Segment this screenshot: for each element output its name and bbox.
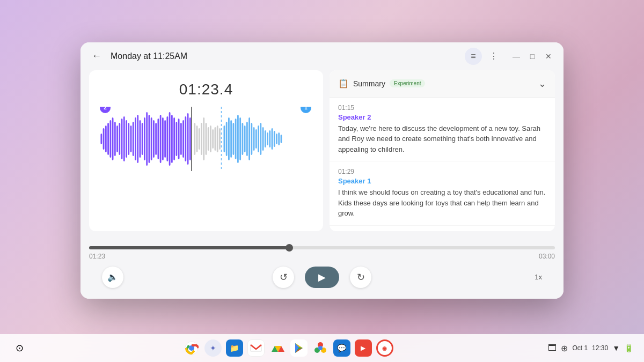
svg-rect-73: [269, 130, 270, 147]
transcript-text-0: Today, we're here to discuss the develop…: [338, 123, 546, 155]
svg-rect-76: [276, 134, 277, 144]
svg-rect-20: [146, 112, 148, 166]
title-bar-left: ← Monday at 11:25AM: [89, 49, 187, 64]
svg-rect-10: [123, 116, 125, 161]
svg-rect-2: [105, 125, 107, 152]
taskbar-drive-icon[interactable]: [269, 339, 286, 357]
taskbar-chat-icon[interactable]: 💬: [333, 339, 350, 357]
progress-fill: [89, 246, 289, 249]
svg-rect-3: [107, 123, 109, 155]
close-button[interactable]: ✕: [542, 50, 555, 63]
svg-rect-68: [258, 125, 259, 152]
transcript-view-button[interactable]: ≡: [465, 48, 482, 65]
svg-rect-13: [130, 125, 132, 152]
svg-rect-12: [128, 123, 129, 155]
svg-rect-43: [199, 128, 200, 150]
svg-rect-57: [233, 123, 235, 155]
waveform-svg: [100, 107, 312, 171]
maximize-button[interactable]: □: [526, 50, 539, 63]
progress-area: 01:23 03:00: [80, 240, 564, 260]
svg-rect-33: [175, 122, 177, 156]
summary-collapse-button[interactable]: ⌄: [538, 78, 546, 90]
taskbar-photos-icon[interactable]: [312, 339, 329, 357]
svg-rect-60: [239, 117, 241, 160]
svg-rect-38: [187, 113, 189, 165]
taskbar: ⊙ ✦ 📁: [0, 334, 644, 362]
svg-rect-44: [201, 123, 202, 155]
taskbar-chrome-icon[interactable]: [183, 339, 200, 357]
speed-button[interactable]: 1x: [535, 273, 542, 281]
svg-rect-8: [119, 123, 120, 155]
svg-rect-19: [144, 117, 145, 160]
svg-rect-30: [169, 112, 171, 166]
battery-icon: 🔋: [624, 344, 633, 352]
svg-rect-54: [226, 122, 228, 156]
svg-rect-35: [180, 123, 182, 155]
main-content: 01:23.4 2 1: [80, 70, 564, 240]
svg-rect-41: [194, 123, 195, 155]
taskbar-perplexity-icon[interactable]: ✦: [204, 339, 222, 357]
svg-rect-62: [244, 125, 246, 152]
back-button[interactable]: ←: [89, 49, 104, 64]
transcript-item-1: 01:29 Speaker 1 I think we should focus …: [330, 161, 555, 226]
svg-rect-75: [274, 131, 275, 147]
svg-rect-66: [253, 127, 255, 151]
transcript-time-1: 01:29: [338, 168, 546, 175]
svg-rect-34: [178, 119, 180, 159]
svg-rect-11: [126, 120, 127, 158]
play-button[interactable]: ▶: [305, 267, 339, 288]
taskbar-news-icon[interactable]: ◉: [376, 339, 393, 357]
title-bar: ← Monday at 11:25AM ≡ ⋮ — □ ✕: [80, 42, 564, 70]
taskbar-playstore-icon[interactable]: [290, 339, 308, 357]
forward-button[interactable]: ↻: [350, 267, 371, 288]
svg-rect-50: [215, 127, 216, 151]
svg-rect-31: [171, 115, 173, 163]
svg-rect-52: [219, 128, 221, 150]
svg-rect-26: [160, 115, 162, 163]
svg-rect-45: [203, 117, 204, 160]
svg-rect-15: [135, 117, 136, 160]
svg-rect-32: [173, 117, 175, 160]
svg-rect-77: [278, 132, 280, 145]
svg-rect-61: [241, 123, 243, 155]
minimize-button[interactable]: —: [510, 50, 523, 63]
taskbar-date: Oct 1: [572, 344, 588, 352]
svg-rect-23: [153, 120, 155, 158]
svg-rect-24: [155, 123, 157, 155]
more-options-button[interactable]: ⋮: [485, 48, 502, 65]
svg-rect-49: [212, 129, 214, 149]
summary-header-left: 📋 Summary Experiment: [338, 78, 425, 88]
svg-rect-63: [246, 122, 248, 156]
svg-rect-69: [260, 123, 261, 155]
rewind-button[interactable]: ↺: [273, 267, 294, 288]
svg-rect-72: [267, 132, 268, 145]
summary-header: 📋 Summary Experiment ⌄: [330, 70, 555, 98]
svg-rect-14: [133, 122, 134, 156]
svg-rect-37: [185, 116, 186, 161]
waveform-container[interactable]: 2 1: [100, 107, 312, 171]
progress-bar[interactable]: [89, 246, 555, 249]
svg-rect-78: [281, 135, 282, 143]
svg-rect-7: [116, 125, 118, 152]
playback-timestamp: 01:23.4: [100, 81, 312, 98]
recording-title: Monday at 11:25AM: [111, 51, 187, 61]
taskbar-gmail-icon[interactable]: [247, 339, 265, 357]
svg-rect-17: [140, 120, 141, 158]
taskbar-tray-icon-2[interactable]: ⊕: [561, 343, 568, 353]
svg-rect-28: [164, 120, 166, 158]
transcript-item-0: 01:15 Speaker 2 Today, we're here to dis…: [330, 98, 555, 162]
waveform-panel: 01:23.4 2 1: [89, 70, 323, 231]
taskbar-files-icon[interactable]: 📁: [226, 339, 243, 357]
taskbar-tray-icon-1[interactable]: 🗔: [548, 343, 557, 353]
volume-icon: 🔈: [107, 272, 118, 282]
play-icon: ▶: [318, 271, 326, 283]
controls-area: 🔈 ↺ ▶ ↻ 1x: [80, 260, 564, 299]
svg-rect-47: [208, 127, 209, 151]
taskbar-left: ⊙: [11, 339, 28, 357]
volume-button[interactable]: 🔈: [102, 267, 123, 288]
svg-rect-22: [151, 117, 152, 160]
taskbar-youtube-icon[interactable]: ▶: [355, 339, 372, 357]
taskbar-system-icon[interactable]: ⊙: [11, 339, 28, 357]
svg-rect-0: [100, 134, 102, 144]
summary-icon: 📋: [338, 78, 349, 88]
